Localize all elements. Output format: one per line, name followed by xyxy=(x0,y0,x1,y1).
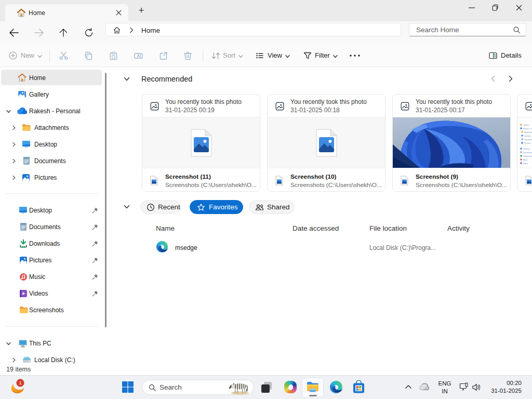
svg-text:Rakesh - Person: Rakesh - Person xyxy=(523,128,532,130)
svg-text:Gallery: Gallery xyxy=(523,124,529,126)
svg-text:Downloads: Downloads xyxy=(523,155,532,157)
svg-text:Video: Video xyxy=(523,163,528,165)
svg-text:1: 1 xyxy=(19,380,22,385)
svg-text:Pictures: Pictures xyxy=(524,142,531,144)
svg-text:Desktop: Desktop xyxy=(523,148,530,150)
svg-text:Documents: Documents xyxy=(524,139,532,141)
svg-text:Music: Music xyxy=(523,159,528,161)
svg-text:Attachments: Attachments xyxy=(524,131,532,134)
svg-text:Desktop: Desktop xyxy=(524,135,531,137)
svg-text:Documents: Documents xyxy=(523,152,532,154)
